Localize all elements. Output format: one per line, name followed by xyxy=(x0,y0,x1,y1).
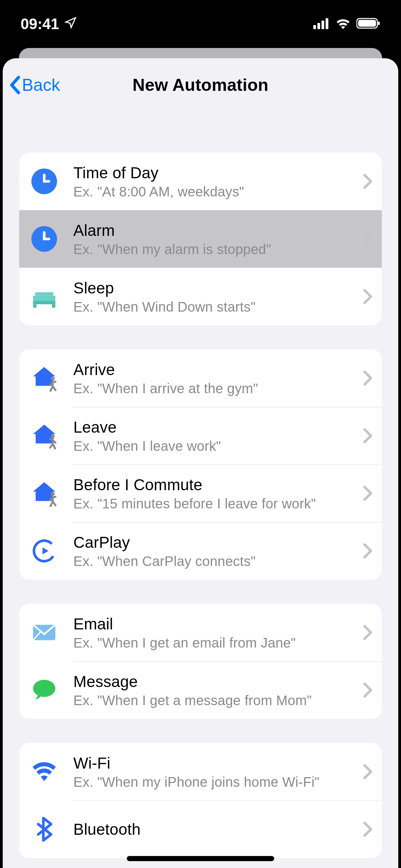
trigger-row-before-i-commute[interactable]: Before I CommuteEx. "15 minutes before I… xyxy=(19,465,382,522)
row-text: AlarmEx. "When my alarm is stopped" xyxy=(73,221,356,257)
trigger-row-carplay[interactable]: CarPlayEx. "When CarPlay connects" xyxy=(19,522,382,580)
trigger-row-time-of-day[interactable]: Time of DayEx. "At 8:00 AM, weekdays" xyxy=(19,153,382,210)
row-title: Bluetooth xyxy=(73,820,356,839)
carplay-icon xyxy=(29,535,60,566)
section: EmailEx. "When I get an email from Jane"… xyxy=(19,604,382,719)
svg-rect-5 xyxy=(358,20,376,27)
row-subtitle: Ex. "At 8:00 AM, weekdays" xyxy=(73,184,356,200)
battery-icon xyxy=(356,15,380,33)
status-left: 09:41 xyxy=(21,15,77,33)
row-text: Wi-FiEx. "When my iPhone joins home Wi-F… xyxy=(73,754,356,790)
svg-rect-1 xyxy=(317,23,320,29)
row-subtitle: Ex. "When I arrive at the gym" xyxy=(73,381,356,396)
message-icon xyxy=(29,675,60,706)
chevron-right-icon xyxy=(363,625,372,640)
chevron-right-icon xyxy=(363,543,372,558)
row-text: Time of DayEx. "At 8:00 AM, weekdays" xyxy=(73,164,356,200)
section: ArriveEx. "When I arrive at the gym"Leav… xyxy=(19,349,382,580)
row-subtitle: Ex. "When my alarm is stopped" xyxy=(73,242,356,257)
status-right xyxy=(313,15,380,33)
row-text: LeaveEx. "When I leave work" xyxy=(73,418,356,454)
row-title: CarPlay xyxy=(73,533,356,552)
chevron-right-icon xyxy=(363,428,372,443)
row-title: Sleep xyxy=(73,279,356,297)
page-title: New Automation xyxy=(133,75,269,95)
trigger-row-alarm[interactable]: AlarmEx. "When my alarm is stopped" xyxy=(19,210,382,268)
row-subtitle: Ex. "15 minutes before I leave for work" xyxy=(73,496,356,511)
chevron-right-icon xyxy=(363,231,372,246)
chevron-right-icon xyxy=(363,683,372,698)
wifi-status-icon xyxy=(335,15,351,33)
row-text: MessageEx. "When I get a message from Mo… xyxy=(73,672,356,708)
status-time: 09:41 xyxy=(21,15,59,33)
row-title: Leave xyxy=(73,418,356,436)
commute-icon xyxy=(29,478,60,509)
leave-icon xyxy=(29,420,60,451)
trigger-row-leave[interactable]: LeaveEx. "When I leave work" xyxy=(19,407,382,465)
arrive-icon xyxy=(29,363,60,394)
row-subtitle: Ex. "When I get an email from Jane" xyxy=(73,635,356,651)
row-text: ArriveEx. "When I arrive at the gym" xyxy=(73,360,356,396)
chevron-right-icon xyxy=(363,174,372,189)
content-scroll[interactable]: Time of DayEx. "At 8:00 AM, weekdays"Ala… xyxy=(3,111,398,868)
trigger-row-arrive[interactable]: ArriveEx. "When I arrive at the gym" xyxy=(19,349,382,407)
row-text: Before I CommuteEx. "15 minutes before I… xyxy=(73,475,356,511)
row-subtitle: Ex. "When I leave work" xyxy=(73,438,356,454)
section: Time of DayEx. "At 8:00 AM, weekdays"Ala… xyxy=(19,153,382,325)
row-title: Before I Commute xyxy=(73,475,356,494)
chevron-left-icon xyxy=(9,76,21,94)
chevron-right-icon xyxy=(363,371,372,386)
email-icon xyxy=(29,617,60,648)
back-label: Back xyxy=(22,75,60,95)
row-text: CarPlayEx. "When CarPlay connects" xyxy=(73,533,356,569)
clock-icon xyxy=(29,166,60,197)
row-title: Alarm xyxy=(73,221,356,240)
bed-icon xyxy=(29,281,60,312)
home-indicator xyxy=(127,856,274,861)
svg-rect-0 xyxy=(313,25,316,29)
row-subtitle: Ex. "When CarPlay connects" xyxy=(73,554,356,569)
navbar: Back New Automation xyxy=(3,58,398,111)
row-text: Bluetooth xyxy=(73,820,356,839)
trigger-row-email[interactable]: EmailEx. "When I get an email from Jane" xyxy=(19,604,382,661)
trigger-row-message[interactable]: MessageEx. "When I get a message from Mo… xyxy=(19,661,382,719)
chevron-right-icon xyxy=(363,289,372,304)
bluetooth-icon xyxy=(29,814,60,845)
section: Wi-FiEx. "When my iPhone joins home Wi-F… xyxy=(19,743,382,858)
chevron-right-icon xyxy=(363,486,372,501)
row-subtitle: Ex. "When I get a message from Mom" xyxy=(73,693,356,708)
wifi-icon xyxy=(29,756,60,787)
row-title: Time of Day xyxy=(73,164,356,182)
row-title: Message xyxy=(73,672,356,691)
row-subtitle: Ex. "When my iPhone joins home Wi-Fi" xyxy=(73,774,356,790)
row-text: EmailEx. "When I get an email from Jane" xyxy=(73,615,356,651)
trigger-row-bluetooth[interactable]: Bluetooth xyxy=(19,800,382,858)
clock-icon xyxy=(29,224,60,254)
svg-rect-2 xyxy=(321,21,324,29)
svg-rect-6 xyxy=(378,22,380,25)
trigger-row-sleep[interactable]: SleepEx. "When Wind Down starts" xyxy=(19,268,382,325)
chevron-right-icon xyxy=(363,822,372,837)
row-title: Arrive xyxy=(73,360,356,379)
trigger-row-wi-fi[interactable]: Wi-FiEx. "When my iPhone joins home Wi-F… xyxy=(19,743,382,800)
row-title: Email xyxy=(73,615,356,633)
svg-rect-3 xyxy=(326,18,328,29)
chevron-right-icon xyxy=(363,764,372,779)
row-title: Wi-Fi xyxy=(73,754,356,772)
status-bar: 09:41 xyxy=(0,0,401,48)
cellular-icon xyxy=(313,15,330,33)
row-text: SleepEx. "When Wind Down starts" xyxy=(73,279,356,315)
location-arrow-icon xyxy=(64,15,77,33)
modal-sheet: Back New Automation Time of DayEx. "At 8… xyxy=(3,58,398,868)
back-button[interactable]: Back xyxy=(9,75,60,95)
row-subtitle: Ex. "When Wind Down starts" xyxy=(73,299,356,315)
